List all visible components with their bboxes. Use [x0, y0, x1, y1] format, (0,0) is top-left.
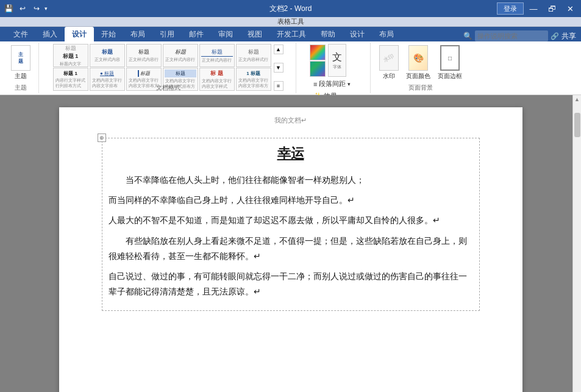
- doc-para-3: 人最大的不智不是不知道，而是知道了却迟迟不愿去做，所以平庸却又自怜的人很多。↵: [109, 213, 473, 228]
- theme-preview-icon: 主题: [11, 45, 30, 71]
- watermark-items: 水印 水印 🎨 页面颜色 □ 页面边框: [377, 44, 465, 82]
- tab-developer[interactable]: 开发工具: [269, 27, 313, 41]
- title-bar: 💾 ↩ ↪ ▾ 文档2 - Word 登录 — 🗗 ✕: [0, 0, 581, 17]
- tab-table-design[interactable]: 设计: [343, 27, 372, 41]
- share-button[interactable]: 共享: [561, 31, 576, 41]
- document-title: 幸运: [109, 144, 473, 163]
- doc-para-2: 而当同样的不幸降临自己身上时，人往往很难同样地开导自己。↵: [109, 193, 473, 208]
- doc-para-5: 自己说过、做过的事，有可能转眼间就忘得一干二净；而别人说过或做过的伤害自己的事往…: [109, 269, 473, 299]
- tab-file[interactable]: 文件: [6, 27, 35, 41]
- quick-access-dropdown[interactable]: ▾: [45, 5, 48, 12]
- login-button[interactable]: 登录: [497, 2, 524, 15]
- tab-help[interactable]: 帮助: [313, 27, 343, 41]
- ribbon: 主题 主题 主题 标题 标题 1 标题内文字: [0, 41, 581, 95]
- color-swatches: [310, 45, 326, 77]
- page-border-button[interactable]: □ 页面边框: [435, 44, 465, 82]
- color-swatch-1[interactable]: [310, 45, 326, 60]
- tab-mailings[interactable]: 邮件: [182, 27, 211, 41]
- style-item-4[interactable]: 标题 正文样式内容行: [163, 44, 198, 67]
- tab-layout[interactable]: 布局: [123, 27, 152, 41]
- colors-group: 文 字体 ≡ 段落间距 ▾ ✨ 效果 ▾: [298, 43, 371, 93]
- tab-review[interactable]: 审阅: [211, 27, 240, 41]
- table-tools-label: 表格工具: [277, 17, 304, 26]
- font-preview[interactable]: 文 字体: [328, 44, 346, 77]
- page-color-button[interactable]: 🎨 页面颜色: [404, 44, 433, 82]
- doc-para-1: 当不幸降临在他人头上时，他们往往都能像智者一样劝慰别人；: [109, 173, 473, 188]
- window-title: 文档2 - Word: [269, 4, 312, 14]
- redo-quick-btn[interactable]: ↪: [30, 2, 43, 15]
- style-item-6[interactable]: 标题 正文内容样式行: [236, 44, 271, 67]
- quick-access-toolbar: 💾 ↩ ↪ ▾: [2, 2, 48, 15]
- paragraph-spacing-dropdown-icon: ▾: [348, 81, 351, 87]
- move-handle[interactable]: ⊕: [98, 134, 106, 142]
- title-bar-left: 💾 ↩ ↪ ▾: [0, 2, 497, 15]
- doc-format-label: 文档格式: [40, 84, 296, 92]
- tab-references[interactable]: 引用: [152, 27, 182, 41]
- page-bg-label: 页面背景: [372, 84, 469, 92]
- theme-group: 主题 主题 主题: [2, 43, 39, 93]
- style-item-2[interactable]: 标题 正文样式内容: [90, 44, 125, 67]
- app-window: 💾 ↩ ↪ ▾ 文档2 - Word 登录 — 🗗 ✕ 表格工具 文件 插入 设…: [0, 0, 581, 392]
- document-header: 我的文档↵: [59, 116, 522, 125]
- text-box[interactable]: ⊕ 幸运 当不幸降临在他人头上时，他们往往都能像智者一样劝慰别人； 而当同样的不…: [102, 138, 480, 311]
- undo-quick-btn[interactable]: ↩: [16, 2, 29, 15]
- share-icon: 🔗: [551, 32, 559, 40]
- style-item-3[interactable]: 标题 正文样式内容行: [126, 44, 162, 67]
- theme-button[interactable]: 主题 主题: [9, 44, 33, 82]
- minimize-button[interactable]: —: [525, 0, 542, 17]
- document-format-group: 标题 标题 1 标题内文字 标题 正文样式内容 标题 正文样式内容行: [40, 43, 296, 93]
- styles-row-1: 标题 标题 1 标题内文字 标题 正文样式内容 标题 正文样式内容行: [53, 44, 271, 67]
- watermark-button[interactable]: 水印 水印: [377, 44, 401, 82]
- styles-scroll-down[interactable]: ▼: [274, 63, 283, 73]
- tab-design[interactable]: 设计: [65, 27, 94, 41]
- scroll-thumb[interactable]: [574, 113, 580, 137]
- page-color-icon: 🎨: [408, 45, 428, 71]
- search-icon: 🔍: [463, 32, 472, 40]
- close-button[interactable]: ✕: [561, 0, 579, 17]
- styles-scroll-up[interactable]: ▲: [274, 45, 283, 54]
- doc-para-4: 有些缺陷放在别人身上看起来微不足道，不值得一提；但是，这些缺陷若放在自己身上，则…: [109, 233, 473, 264]
- save-quick-btn[interactable]: 💾: [2, 2, 15, 15]
- paragraph-spacing-icon: ≡: [313, 80, 317, 88]
- ribbon-tabs: 文件 插入 设计 开始 布局 引用 邮件 审阅 视图 开发工具 帮助 设计 布局…: [0, 27, 581, 41]
- color-swatch-2[interactable]: [310, 61, 326, 77]
- document-page: 我的文档↵ ⊕ 幸运 当不幸降临在他人头上时，他们往往都能像智者一样劝慰别人； …: [59, 107, 522, 392]
- page-bg-group: 水印 水印 🎨 页面颜色 □ 页面边框: [372, 43, 469, 93]
- content-area: 我的文档↵ ⊕ 幸运 当不幸降临在他人头上时，他们往往都能像智者一样劝慰别人； …: [0, 95, 581, 392]
- vertical-scrollbar[interactable]: ▲ ▼: [572, 95, 581, 392]
- search-input[interactable]: [475, 30, 548, 41]
- paragraph-spacing-button[interactable]: ≡ 段落间距 ▾: [310, 78, 358, 90]
- style-item-1[interactable]: 标题 标题 1 标题内文字: [53, 44, 88, 67]
- table-tools-bar: 表格工具: [0, 17, 581, 27]
- page-border-icon: □: [440, 45, 460, 71]
- tab-insert[interactable]: 插入: [35, 27, 65, 41]
- tab-view[interactable]: 视图: [240, 27, 269, 41]
- theme-group-label: 主题: [2, 84, 38, 92]
- restore-button[interactable]: 🗗: [543, 0, 560, 17]
- tab-home[interactable]: 开始: [94, 27, 123, 41]
- style-item-5[interactable]: 标题 正文样式内容行: [199, 44, 235, 67]
- doc-scroll-area: 我的文档↵ ⊕ 幸运 当不幸降临在他人头上时，他们往往都能像智者一样劝慰别人； …: [0, 95, 581, 392]
- title-bar-right: 登录 — 🗗 ✕: [497, 0, 581, 17]
- scroll-up-btn[interactable]: ▲: [573, 95, 581, 104]
- watermark-icon: 水印: [379, 45, 399, 71]
- tab-table-layout[interactable]: 布局: [372, 27, 401, 41]
